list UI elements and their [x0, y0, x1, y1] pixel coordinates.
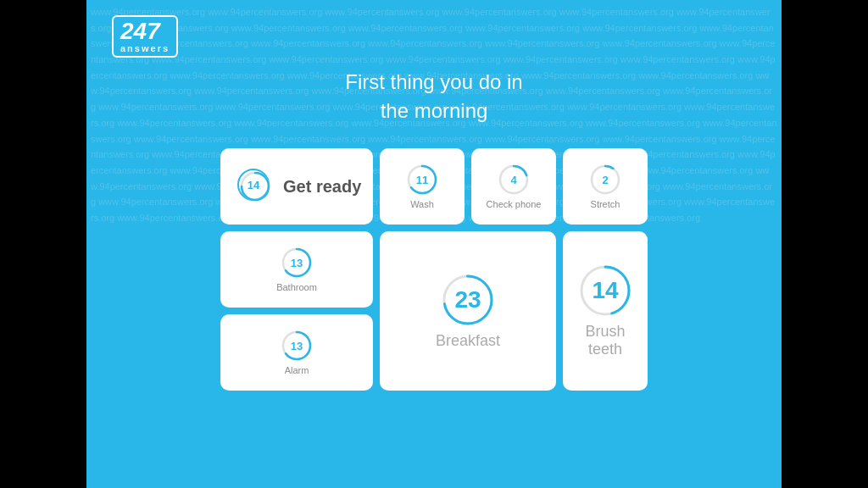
card-bathroom[interactable]: 13 Bathroom — [220, 231, 373, 308]
main-container: www.94percentanswers.org www.94percentan… — [86, 0, 782, 488]
answers-grid: 14 Get ready 11 Wash 4 — [220, 148, 648, 391]
brush-teeth-label: Brush teeth — [571, 323, 639, 358]
alarm-number: 13 — [291, 340, 303, 352]
check-phone-number: 4 — [510, 174, 516, 186]
card-brush-teeth[interactable]: 14 Brush teeth — [563, 231, 648, 391]
breakfast-number: 23 — [454, 286, 481, 313]
card-wash[interactable]: 11 Wash — [380, 148, 465, 225]
card-get-ready[interactable]: 14 Get ready — [220, 148, 373, 225]
wash-number: 11 — [416, 174, 428, 186]
wash-label: Wash — [410, 199, 434, 209]
bathroom-label: Bathroom — [276, 282, 317, 292]
stretch-number: 2 — [602, 174, 608, 186]
card-check-phone[interactable]: 4 Check phone — [471, 148, 556, 225]
logo-text: answers — [120, 43, 170, 53]
breakfast-label: Breakfast — [436, 332, 500, 350]
alarm-label: Alarm — [285, 365, 309, 375]
question-text: First thing you do inthe morning — [345, 68, 522, 125]
get-ready-badge: 14 — [237, 169, 270, 201]
logo: 247 answers — [112, 15, 178, 58]
card-stretch[interactable]: 2 Stretch — [563, 148, 648, 225]
card-alarm[interactable]: 13 Alarm — [220, 314, 373, 391]
stretch-label: Stretch — [591, 199, 620, 209]
check-phone-label: Check phone — [487, 199, 542, 209]
logo-number: 247 — [120, 19, 170, 43]
bathroom-number: 13 — [291, 257, 303, 269]
get-ready-label: Get ready — [283, 177, 361, 197]
brush-teeth-number: 14 — [592, 277, 618, 304]
card-breakfast[interactable]: 23 Breakfast — [380, 231, 556, 391]
